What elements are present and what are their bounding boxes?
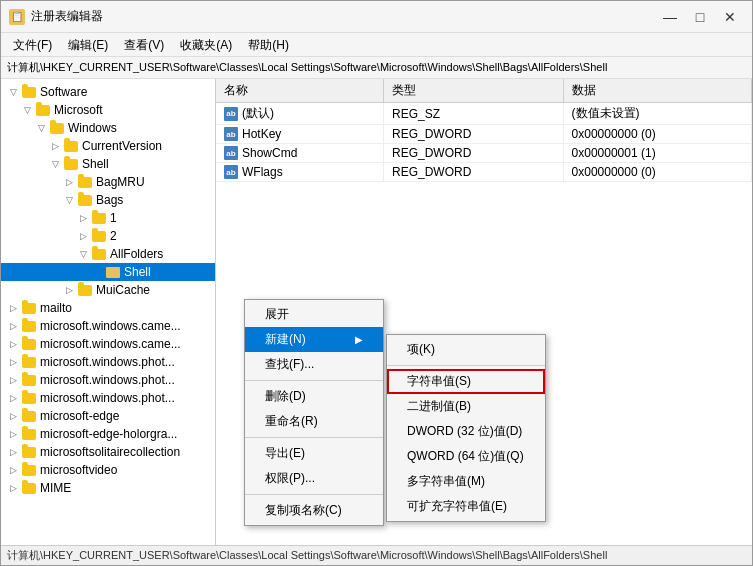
tree-item[interactable]: ▷ microsoftvideo — [1, 461, 215, 479]
tree-toggle[interactable]: ▷ — [75, 210, 91, 226]
tree-item[interactable]: Shell — [1, 263, 215, 281]
tree-toggle[interactable]: ▷ — [5, 354, 21, 370]
menu-item-E[interactable]: 编辑(E) — [60, 35, 116, 54]
tree-item[interactable]: ▷ microsoft.windows.came... — [1, 335, 215, 353]
table-row[interactable]: ab HotKey REG_DWORD 0x00000000 (0) — [216, 125, 752, 144]
table-row[interactable]: ab (默认) REG_SZ (数值未设置) — [216, 103, 752, 125]
folder-icon — [49, 121, 65, 135]
tree-label: microsoft.windows.phot... — [40, 373, 175, 387]
tree-toggle[interactable]: ▷ — [5, 390, 21, 406]
submenu-item[interactable]: 字符串值(S) — [387, 369, 545, 394]
folder-icon — [91, 211, 107, 225]
folder-icon — [21, 373, 37, 387]
tree-item[interactable]: ▷ microsoft.windows.came... — [1, 317, 215, 335]
tree-label: MuiCache — [96, 283, 150, 297]
tree-toggle[interactable]: ▽ — [5, 84, 21, 100]
tree-item[interactable]: ▷ microsoft-edge — [1, 407, 215, 425]
tree-toggle[interactable]: ▽ — [75, 246, 91, 262]
submenu-item[interactable]: 可扩充字符串值(E) — [387, 494, 545, 519]
cell-type: REG_DWORD — [384, 125, 564, 144]
tree-item[interactable]: ▷ microsoft.windows.phot... — [1, 371, 215, 389]
context-menu-item[interactable]: 新建(N)▶ — [245, 327, 383, 352]
menu-item-F[interactable]: 文件(F) — [5, 35, 60, 54]
context-menu-item[interactable]: 删除(D) — [245, 384, 383, 409]
cell-type: REG_SZ — [384, 103, 564, 125]
context-menu-item[interactable]: 权限(P)... — [245, 466, 383, 491]
tree-item[interactable]: ▷ microsoft.windows.phot... — [1, 353, 215, 371]
tree-item[interactable]: ▽ Microsoft — [1, 101, 215, 119]
main-content: ▽ Software ▽ Microsoft ▽ Windows ▷ Curre… — [1, 79, 752, 545]
tree-item[interactable]: ▽ AllFolders — [1, 245, 215, 263]
tree-item[interactable]: ▽ Software — [1, 83, 215, 101]
tree-toggle[interactable]: ▷ — [5, 444, 21, 460]
tree-toggle[interactable]: ▷ — [5, 336, 21, 352]
table-row[interactable]: ab ShowCmd REG_DWORD 0x00000001 (1) — [216, 144, 752, 163]
right-panel: 名称 类型 数据 ab (默认) REG_SZ (数值未设置) ab HotKe… — [216, 79, 752, 545]
tree-toggle[interactable]: ▷ — [5, 318, 21, 334]
tree-toggle[interactable]: ▷ — [5, 300, 21, 316]
tree-toggle[interactable]: ▷ — [61, 282, 77, 298]
tree-label: mailto — [40, 301, 72, 315]
tree-toggle[interactable]: ▽ — [33, 120, 49, 136]
tree-toggle[interactable] — [89, 264, 105, 280]
cell-name: ab WFlags — [216, 163, 384, 182]
tree-toggle[interactable]: ▷ — [5, 462, 21, 478]
tree-item[interactable]: ▷ 1 — [1, 209, 215, 227]
tree-toggle[interactable]: ▷ — [5, 426, 21, 442]
tree-toggle[interactable]: ▷ — [5, 372, 21, 388]
tree-item[interactable]: ▷ MIME — [1, 479, 215, 497]
tree-label: Windows — [68, 121, 117, 135]
status-bar: 计算机\HKEY_CURRENT_USER\Software\Classes\L… — [1, 545, 752, 565]
menu-item-A[interactable]: 收藏夹(A) — [172, 35, 240, 54]
tree-item[interactable]: ▷ 2 — [1, 227, 215, 245]
tree-item[interactable]: ▽ Windows — [1, 119, 215, 137]
title-bar-left: 📋 注册表编辑器 — [9, 8, 103, 25]
submenu-item[interactable]: DWORD (32 位)值(D) — [387, 419, 545, 444]
submenu[interactable]: 项(K)字符串值(S)二进制值(B)DWORD (32 位)值(D)QWORD … — [386, 334, 546, 522]
context-menu[interactable]: 展开新建(N)▶查找(F)...删除(D)重命名(R)导出(E)权限(P)...… — [244, 299, 384, 526]
tree-toggle[interactable]: ▽ — [61, 192, 77, 208]
context-menu-item[interactable]: 重命名(R) — [245, 409, 383, 434]
submenu-item[interactable]: 多字符串值(M) — [387, 469, 545, 494]
tree-label: 1 — [110, 211, 117, 225]
tree-label: Shell — [82, 157, 109, 171]
context-menu-item[interactable]: 展开 — [245, 302, 383, 327]
tree-item[interactable]: ▷ mailto — [1, 299, 215, 317]
tree-label: AllFolders — [110, 247, 163, 261]
tree-item[interactable]: ▷ microsoft-edge-holorgra... — [1, 425, 215, 443]
menu-item-V[interactable]: 查看(V) — [116, 35, 172, 54]
tree-label: Shell — [124, 265, 151, 279]
folder-icon — [21, 301, 37, 315]
tree-toggle[interactable]: ▷ — [61, 174, 77, 190]
tree-item[interactable]: ▽ Bags — [1, 191, 215, 209]
submenu-item[interactable]: 项(K) — [387, 337, 545, 362]
tree-item[interactable]: ▷ BagMRU — [1, 173, 215, 191]
tree-toggle[interactable]: ▽ — [47, 156, 63, 172]
submenu-item[interactable]: QWORD (64 位)值(Q) — [387, 444, 545, 469]
folder-icon — [77, 283, 93, 297]
cell-type: REG_DWORD — [384, 163, 564, 182]
tree-toggle[interactable]: ▷ — [5, 480, 21, 496]
folder-icon — [21, 85, 37, 99]
tree-toggle[interactable]: ▷ — [5, 408, 21, 424]
tree-toggle[interactable]: ▷ — [75, 228, 91, 244]
context-menu-item[interactable]: 复制项名称(C) — [245, 498, 383, 523]
folder-icon — [63, 139, 79, 153]
tree-item[interactable]: ▷ CurrentVersion — [1, 137, 215, 155]
tree-toggle[interactable]: ▽ — [19, 102, 35, 118]
cell-name: ab (默认) — [216, 103, 384, 125]
tree-toggle[interactable]: ▷ — [47, 138, 63, 154]
context-menu-item[interactable]: 查找(F)... — [245, 352, 383, 377]
maximize-button[interactable]: □ — [686, 6, 714, 28]
context-menu-item[interactable]: 导出(E) — [245, 441, 383, 466]
tree-item[interactable]: ▷ microsoft.windows.phot... — [1, 389, 215, 407]
table-row[interactable]: ab WFlags REG_DWORD 0x00000000 (0) — [216, 163, 752, 182]
close-button[interactable]: ✕ — [716, 6, 744, 28]
menu-item-H[interactable]: 帮助(H) — [240, 35, 297, 54]
tree-item[interactable]: ▽ Shell — [1, 155, 215, 173]
tree-item[interactable]: ▷ MuiCache — [1, 281, 215, 299]
tree-panel[interactable]: ▽ Software ▽ Microsoft ▽ Windows ▷ Curre… — [1, 79, 216, 545]
minimize-button[interactable]: — — [656, 6, 684, 28]
tree-item[interactable]: ▷ microsoftsolitairecollection — [1, 443, 215, 461]
submenu-item[interactable]: 二进制值(B) — [387, 394, 545, 419]
